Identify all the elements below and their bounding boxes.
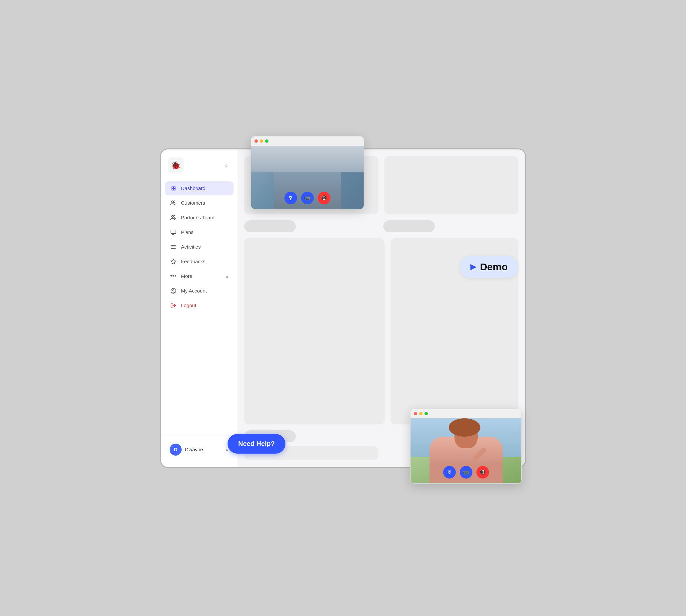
svg-point-1	[172, 215, 174, 217]
dashboard-icon: ⊞	[170, 185, 177, 192]
video-controls-top: 🎙 📹 📵	[284, 192, 330, 204]
card-main-left	[244, 238, 385, 424]
video-controls-bottom: 🎙 📹 📵	[443, 466, 489, 479]
need-help-button[interactable]: Need Help?	[228, 434, 285, 454]
sidebar-label-partners-team: Partner's Team	[181, 215, 214, 220]
activities-icon	[170, 243, 177, 250]
sidebar-item-partners-team[interactable]: Partner's Team	[165, 211, 233, 225]
svg-point-10	[173, 289, 174, 291]
sidebar-label-logout: Logout	[181, 303, 196, 308]
sidebar-item-plans[interactable]: Plans	[165, 225, 233, 239]
titlebar-dot-red-b	[414, 412, 417, 415]
sidebar-item-dashboard[interactable]: ⊞ Dashboard	[165, 181, 233, 195]
sidebar-label-activities: Activities	[181, 244, 201, 249]
video-button-bottom[interactable]: 📹	[460, 466, 473, 479]
nav-items: ⊞ Dashboard Customers Partner's Team Pl	[161, 181, 237, 435]
sidebar-item-logout[interactable]: Logout	[165, 299, 233, 312]
row-pills	[244, 220, 518, 232]
column-left	[244, 238, 385, 424]
sidebar-item-more[interactable]: ••• More ▲	[165, 269, 233, 283]
video-card-bottom: 🎙 📹 📵	[410, 409, 522, 484]
titlebar-dot-yellow	[260, 139, 263, 143]
sidebar-item-customers[interactable]: Customers	[165, 196, 233, 210]
partners-team-icon	[170, 214, 177, 221]
user-info[interactable]: D Dwayne ▲	[166, 440, 232, 459]
plans-icon	[170, 228, 177, 236]
sidebar-label-more: More	[181, 273, 192, 279]
titlebar-dot-green	[265, 139, 269, 143]
mic-button-top[interactable]: 🎙	[284, 192, 297, 204]
video-content-top: 🎙 📹 📵	[251, 146, 364, 209]
mic-button-bottom[interactable]: 🎙	[443, 466, 456, 479]
demo-label: Demo	[480, 261, 508, 272]
pill-left	[244, 220, 296, 232]
sidebar-label-dashboard: Dashboard	[181, 185, 205, 191]
end-call-button-bottom[interactable]: 📵	[476, 466, 489, 479]
sidebar-item-activities[interactable]: Activities	[165, 240, 233, 254]
card-top-right	[384, 156, 518, 214]
sidebar-item-feedbacks[interactable]: Feedbacks	[165, 255, 233, 268]
sidebar: 🐞 ‹ ⊞ Dashboard Customers Partner's Team	[161, 149, 237, 467]
sidebar-label-my-account: My Account	[181, 288, 207, 293]
svg-rect-2	[171, 230, 176, 234]
more-left: ••• More	[170, 272, 192, 280]
titlebar-dot-red	[254, 139, 258, 143]
collapse-button[interactable]: ‹	[222, 161, 231, 170]
svg-marker-8	[171, 259, 176, 264]
user-name: Dwayne	[185, 447, 222, 452]
svg-point-0	[172, 201, 174, 203]
my-account-icon	[170, 287, 177, 294]
sidebar-label-plans: Plans	[181, 229, 193, 235]
sidebar-label-customers: Customers	[181, 200, 205, 206]
app-logo: 🐞	[168, 157, 184, 173]
feedbacks-icon	[170, 258, 177, 265]
video-titlebar-top	[251, 136, 364, 146]
sidebar-label-feedbacks: Feedbacks	[181, 259, 205, 264]
customers-icon	[170, 199, 177, 207]
sidebar-footer: D Dwayne ▲	[161, 435, 237, 459]
sidebar-header: 🐞 ‹	[161, 157, 237, 181]
titlebar-dot-green-b	[425, 412, 428, 415]
video-titlebar-bottom	[411, 409, 521, 418]
video-button-top[interactable]: 📹	[301, 192, 314, 204]
logout-icon	[170, 302, 177, 309]
pill-right	[383, 220, 435, 232]
end-call-button-top[interactable]: 📵	[318, 192, 330, 204]
more-chevron-icon: ▲	[225, 274, 229, 278]
avatar: D	[170, 444, 182, 456]
more-icon: •••	[170, 272, 177, 280]
titlebar-dot-yellow-b	[419, 412, 422, 415]
sidebar-item-my-account[interactable]: My Account	[165, 284, 233, 298]
demo-badge[interactable]: ▶ Demo	[460, 256, 518, 278]
play-icon: ▶	[471, 263, 476, 271]
video-card-top: 🎙 📹 📵	[251, 136, 364, 209]
